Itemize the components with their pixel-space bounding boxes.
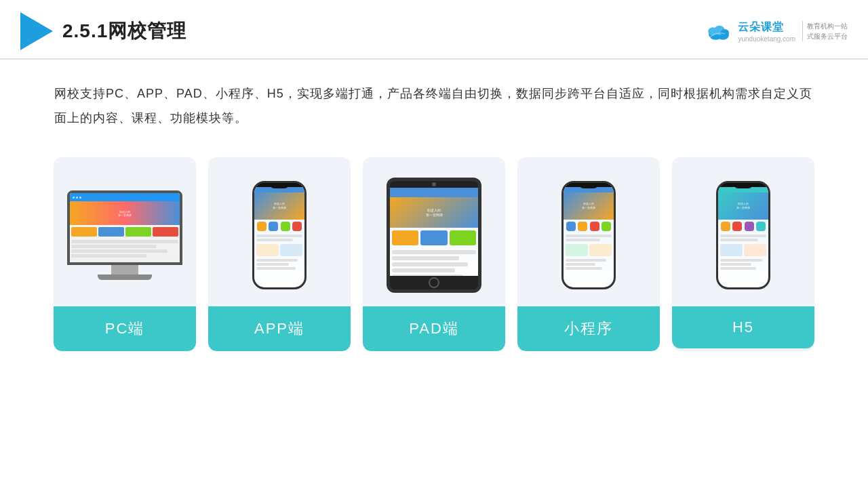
cards-container: 职进人的第一堂网课 <box>41 157 827 351</box>
card-pad-label: PAD端 <box>363 306 505 351</box>
monitor-body: 职进人的第一堂网课 <box>67 190 182 265</box>
card-app: 职进人的第一堂网课 <box>208 157 351 351</box>
card-miniprogram: 职进人的第一堂网课 <box>517 157 660 351</box>
logo-triangle-icon <box>20 12 53 50</box>
card-h5: 职进人的第一堂网课 <box>672 157 814 351</box>
card-miniprogram-label: 小程序 <box>517 306 660 351</box>
description-text: 网校支持PC、APP、PAD、小程序、H5，实现多端打通，产品各终端自由切换，数… <box>54 81 814 130</box>
card-pad: 职进人的第一堂网课 <box>363 157 505 351</box>
card-pc-image: 职进人的第一堂网课 <box>54 157 196 306</box>
brand-logo: 云朵课堂 yunduoketang.com 教育机构一站 式服务云平台 <box>704 20 848 43</box>
card-app-label: APP端 <box>208 306 351 351</box>
pc-monitor: 职进人的第一堂网课 <box>67 190 182 280</box>
page-header: 2.5.1网校管理 云朵课堂 yunduoketang.com 教育机构一站 式… <box>0 0 868 60</box>
card-app-image: 职进人的第一堂网课 <box>208 157 351 306</box>
card-pc: 职进人的第一堂网课 <box>54 157 196 351</box>
tablet-mockup: 职进人的第一堂网课 <box>387 178 481 293</box>
card-pad-image: 职进人的第一堂网课 <box>363 157 505 306</box>
card-h5-label: H5 <box>672 306 814 348</box>
svg-point-4 <box>721 29 729 37</box>
page-title: 2.5.1网校管理 <box>62 18 186 44</box>
card-miniprogram-image: 职进人的第一堂网课 <box>517 157 660 306</box>
header-right: 云朵课堂 yunduoketang.com 教育机构一站 式服务云平台 <box>704 20 848 43</box>
card-h5-image: 职进人的第一堂网课 <box>672 157 814 306</box>
cloud-icon <box>704 20 734 42</box>
brand-name-cn: 云朵课堂 yunduoketang.com <box>738 20 795 43</box>
phone-mockup-miniprogram: 职进人的第一堂网课 <box>561 181 616 289</box>
header-left: 2.5.1网校管理 <box>20 12 186 50</box>
phone-mockup-app: 职进人的第一堂网课 <box>252 181 307 289</box>
card-pc-label: PC端 <box>54 306 196 351</box>
phone-mockup-h5: 职进人的第一堂网课 <box>716 181 770 289</box>
